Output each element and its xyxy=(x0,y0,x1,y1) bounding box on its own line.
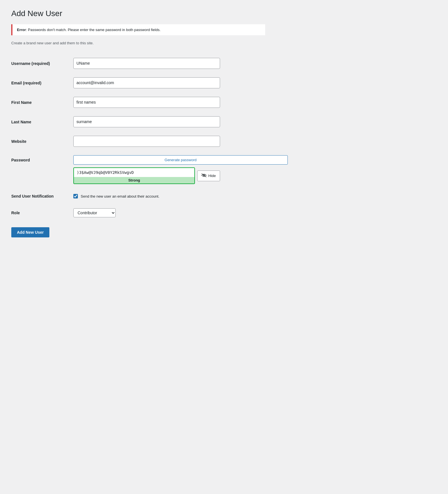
role-cell: Subscriber Contributor Author Editor Adm… xyxy=(73,204,288,222)
password-input-wrapper: Strong xyxy=(73,167,195,184)
add-new-user-button[interactable]: Add New User xyxy=(11,227,49,237)
website-row: Website xyxy=(11,132,288,151)
password-cell: Generate password Strong xyxy=(73,151,288,188)
role-row: Role Subscriber Contributor Author Edito… xyxy=(11,204,288,222)
notification-cell: Send the new user an email about their a… xyxy=(73,188,288,204)
hide-label: Hide xyxy=(208,174,216,178)
password-label: Password xyxy=(11,151,73,188)
generate-password-button[interactable]: Generate password xyxy=(73,155,288,165)
notification-checkbox-label[interactable]: Send the new user an email about their a… xyxy=(73,194,288,198)
page-description: Create a brand new user and add them to … xyxy=(11,41,437,45)
role-label: Role xyxy=(11,204,73,222)
password-row: Password Generate password Strong xyxy=(11,151,288,188)
username-row: Username (required) xyxy=(11,54,288,73)
last-name-input[interactable] xyxy=(73,116,220,127)
error-message: Error: Passwords don't match. Please ent… xyxy=(17,28,261,32)
last-name-row: Last Name xyxy=(11,112,288,132)
notification-label-cell: Send User Notification xyxy=(11,188,73,204)
username-label: Username (required) xyxy=(11,54,73,73)
role-select[interactable]: Subscriber Contributor Author Editor Adm… xyxy=(73,208,116,217)
first-name-label: First Name xyxy=(11,93,73,112)
email-cell xyxy=(73,73,288,93)
eye-slash-icon xyxy=(201,173,207,178)
password-section: Generate password Strong xyxy=(73,155,288,184)
error-text: : Passwords don't match. Please enter th… xyxy=(26,28,161,32)
password-input[interactable] xyxy=(74,168,194,177)
password-strength-indicator: Strong xyxy=(74,177,194,183)
username-input[interactable] xyxy=(73,58,220,69)
hide-password-button[interactable]: Hide xyxy=(197,171,220,181)
notification-checkbox[interactable] xyxy=(73,194,78,198)
last-name-label: Last Name xyxy=(11,112,73,132)
error-notice: Error: Passwords don't match. Please ent… xyxy=(11,24,265,35)
error-label: Error xyxy=(17,28,26,32)
password-field-row: Strong Hide xyxy=(73,167,220,184)
website-input[interactable] xyxy=(73,136,220,147)
add-user-form: Username (required) Email (required) Fir… xyxy=(11,54,288,222)
page-title: Add New User xyxy=(11,8,437,19)
first-name-cell xyxy=(73,93,288,112)
notification-row: Send User Notification Send the new user… xyxy=(11,188,288,204)
notification-text: Send the new user an email about their a… xyxy=(81,194,159,198)
email-input[interactable] xyxy=(73,77,220,88)
website-label: Website xyxy=(11,132,73,151)
username-cell xyxy=(73,54,288,73)
website-cell xyxy=(73,132,288,151)
first-name-row: First Name xyxy=(11,93,288,112)
last-name-cell xyxy=(73,112,288,132)
first-name-input[interactable] xyxy=(73,97,220,108)
email-row: Email (required) xyxy=(11,73,288,93)
email-label: Email (required) xyxy=(11,73,73,93)
